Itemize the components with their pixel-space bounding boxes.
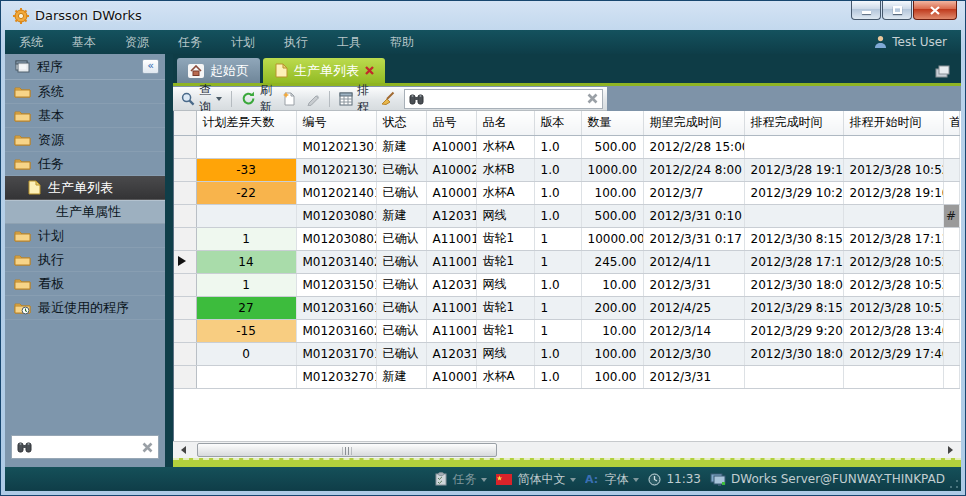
table-row[interactable]: 1M012030802已确认A11001齿轮1110000.002012/3/3… xyxy=(174,227,959,250)
toolbar-button-查询[interactable]: 查询 xyxy=(177,89,226,109)
chevron-down-icon[interactable] xyxy=(216,97,222,104)
sidebar-collapse-button[interactable]: « xyxy=(142,59,159,74)
column-header-item_name[interactable]: 品名 xyxy=(476,111,534,135)
tab-0[interactable]: 起始页 xyxy=(177,58,260,83)
row-selector[interactable] xyxy=(174,296,196,319)
row-selector[interactable] xyxy=(174,250,196,273)
cell-sched_finish: 2012/3/30 8:15 xyxy=(744,227,843,250)
menu-item-4[interactable]: 计划 xyxy=(231,34,255,51)
scroll-right-button[interactable] xyxy=(944,442,961,458)
row-selector[interactable] xyxy=(174,342,196,365)
table-row[interactable]: 0M012031701已确认A12031网线1.0100.002012/3/30… xyxy=(174,342,959,365)
menu-item-6[interactable]: 工具 xyxy=(337,34,361,51)
row-selector[interactable] xyxy=(174,135,196,158)
column-header-status[interactable]: 状态 xyxy=(376,111,426,135)
row-selector[interactable] xyxy=(174,227,196,250)
table-row[interactable]: -22M012021401已确认A10001水杯A1.0100.002012/3… xyxy=(174,181,959,204)
toolbar-button-刷新[interactable]: 刷新 xyxy=(237,89,277,109)
toolbar-button-broom[interactable] xyxy=(376,89,399,109)
menu-item-5[interactable]: 执行 xyxy=(284,34,308,51)
table-row[interactable]: 27M012031601已确认A11001齿轮11200.002012/4/25… xyxy=(174,296,959,319)
sidebar-item-1[interactable]: 基本 xyxy=(5,104,165,128)
column-header-sched_start[interactable]: 排程开始时间 xyxy=(843,111,943,135)
row-selector[interactable] xyxy=(174,365,196,388)
row-selector[interactable] xyxy=(174,319,196,342)
sidebar-item-9[interactable]: 最近使用的程序 xyxy=(5,296,165,320)
cell-sched_finish: 2012/3/29 9:20 xyxy=(744,319,843,342)
sidebar-item-2[interactable]: 资源 xyxy=(5,128,165,152)
table-row[interactable]: -15M012031602已确认A11001齿轮1110.002012/3/14… xyxy=(174,319,959,342)
status-item-1[interactable]: 简体中文 xyxy=(496,471,576,488)
column-header-due[interactable]: 期望完成时间 xyxy=(643,111,744,135)
table-row[interactable]: M012021301新建A10001水杯A1.0500.002012/2/28 … xyxy=(174,135,959,158)
sidebar-item-label: 系统 xyxy=(38,83,64,101)
sidebar-item-3[interactable]: 任务 xyxy=(5,152,165,176)
resize-grip[interactable] xyxy=(950,480,958,488)
menu-item-3[interactable]: 任务 xyxy=(178,34,202,51)
cell-extra xyxy=(943,158,959,181)
user-indicator[interactable]: Test User xyxy=(874,35,947,49)
cell-order_no: M012021301 xyxy=(296,135,376,158)
cell-extra xyxy=(943,342,959,365)
cell-due: 2012/3/7 xyxy=(643,181,744,204)
table-row[interactable]: 1M012031501已确认A12031网线1.010.002012/3/312… xyxy=(174,273,959,296)
column-header-qty[interactable]: 数量 xyxy=(581,111,643,135)
binoculars-icon xyxy=(409,93,424,105)
sidebar-search-box[interactable] xyxy=(11,435,159,459)
scrollbar-thumb[interactable] xyxy=(197,443,497,457)
menu-item-0[interactable]: 系统 xyxy=(19,34,43,51)
column-header-diff[interactable]: 计划差异天数 xyxy=(196,111,296,135)
maximize-button[interactable] xyxy=(882,1,912,20)
sidebar-item-0[interactable]: 系统 xyxy=(5,80,165,104)
chevron-down-icon[interactable] xyxy=(570,478,576,485)
horizontal-scrollbar[interactable] xyxy=(173,441,961,458)
tab-label: 起始页 xyxy=(210,62,249,80)
sidebar-item-5[interactable]: 生产单属性 xyxy=(5,200,165,224)
table-row[interactable]: -33M012021302已确认A10002水杯B1.01000.002012/… xyxy=(174,158,959,181)
row-selector[interactable] xyxy=(174,158,196,181)
menu-item-7[interactable]: 帮助 xyxy=(390,34,414,51)
clear-x-icon[interactable] xyxy=(587,93,598,104)
row-selector[interactable] xyxy=(174,273,196,296)
table-row[interactable]: 14M012031402已确认A11001齿轮11245.002012/4/11… xyxy=(174,250,959,273)
minimize-button[interactable] xyxy=(851,1,881,20)
panel-splitter[interactable] xyxy=(165,54,173,467)
menu-item-1[interactable]: 基本 xyxy=(72,34,96,51)
status-item-4[interactable]: DWorks Server@FUNWAY-THINKPAD xyxy=(710,472,945,486)
row-selector[interactable] xyxy=(174,181,196,204)
cell-diff xyxy=(196,204,296,227)
column-header-extra[interactable]: 首 xyxy=(943,111,959,135)
sidebar-search-input[interactable] xyxy=(37,440,137,454)
tab-close-x-icon[interactable] xyxy=(365,66,374,75)
column-header-order_no[interactable]: 编号 xyxy=(296,111,376,135)
row-selector[interactable] xyxy=(174,204,196,227)
toolbar-search-input[interactable] xyxy=(428,92,583,106)
clear-x-icon[interactable] xyxy=(142,442,153,453)
pin-pages-icon[interactable] xyxy=(934,64,951,78)
table-row[interactable]: M012030801新建A12031网线1.0500.002012/3/31 0… xyxy=(174,204,959,227)
chevron-down-icon[interactable] xyxy=(481,478,487,485)
status-item-3[interactable]: 11:33 xyxy=(648,472,701,486)
table-row[interactable]: M012032701新建A10001水杯A1.0100.002012/3/31 xyxy=(174,365,959,388)
column-header-sched_finish[interactable]: 排程完成时间 xyxy=(744,111,843,135)
sidebar-item-7[interactable]: 执行 xyxy=(5,248,165,272)
chevron-down-icon[interactable] xyxy=(633,478,639,485)
status-item-2[interactable]: A:字体 xyxy=(585,471,639,488)
titlebar[interactable]: Darsson DWorks xyxy=(5,1,961,30)
sidebar-item-8[interactable]: 看板 xyxy=(5,272,165,296)
status-item-0[interactable]: 任务 xyxy=(435,471,487,488)
toolbar-button-pencil[interactable] xyxy=(302,89,324,109)
toolbar-button-排程[interactable]: 排程 xyxy=(335,89,374,109)
menu-item-2[interactable]: 资源 xyxy=(125,34,149,51)
scroll-left-button[interactable] xyxy=(173,442,190,458)
sidebar-item-6[interactable]: 计划 xyxy=(5,224,165,248)
column-header-version[interactable]: 版本 xyxy=(534,111,581,135)
cell-diff xyxy=(196,365,296,388)
close-button[interactable] xyxy=(913,1,957,20)
toolbar-button-new-doc[interactable] xyxy=(278,89,300,109)
column-header-item_no[interactable]: 品号 xyxy=(426,111,476,135)
sidebar-item-4[interactable]: 生产单列表 xyxy=(5,176,165,200)
cell-item_name: 网线 xyxy=(476,342,534,365)
tab-1[interactable]: 生产单列表 xyxy=(263,58,385,83)
toolbar-search-box[interactable] xyxy=(404,89,603,109)
